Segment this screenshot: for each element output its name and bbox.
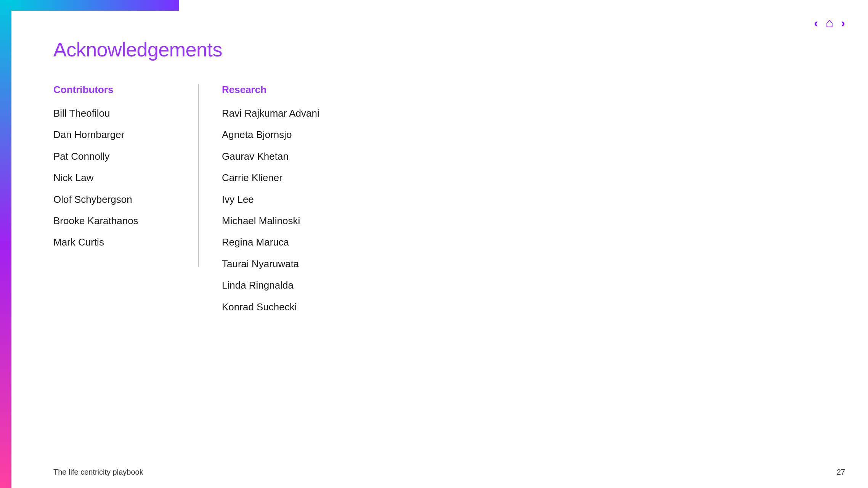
list-item: Agneta Bjornsjo	[222, 128, 830, 141]
list-item: Ivy Lee	[222, 193, 830, 206]
page-title: Acknowledgements	[53, 38, 830, 61]
contributors-list: Bill TheofilouDan HornbargerPat Connolly…	[53, 106, 175, 249]
list-item: Pat Connolly	[53, 149, 175, 163]
main-content: Acknowledgements Contributors Bill Theof…	[53, 38, 830, 458]
list-item: Olof Schybergson	[53, 193, 175, 206]
list-item: Carrie Kliener	[222, 171, 830, 185]
page-number: 27	[837, 468, 845, 477]
contributors-heading: Contributors	[53, 84, 175, 96]
column-divider	[198, 84, 199, 267]
list-item: Bill Theofilou	[53, 106, 175, 120]
research-list: Ravi Rajkumar AdvaniAgneta BjornsjoGaura…	[222, 106, 830, 314]
list-item: Konrad Suchecki	[222, 300, 830, 314]
list-item: Brooke Karathanos	[53, 214, 175, 228]
nav-controls: ‹ ⌂ ›	[814, 15, 845, 30]
columns-wrapper: Contributors Bill TheofilouDan Hornbarge…	[53, 84, 830, 321]
home-button[interactable]: ⌂	[826, 15, 834, 30]
next-button[interactable]: ›	[841, 17, 845, 29]
top-accent-bar	[11, 0, 179, 11]
footer: The life centricity playbook 27	[53, 468, 845, 477]
research-column: Research Ravi Rajkumar AdvaniAgneta Bjor…	[222, 84, 830, 321]
book-title: The life centricity playbook	[53, 468, 143, 477]
prev-button[interactable]: ‹	[814, 17, 818, 29]
list-item: Taurai Nyaruwata	[222, 257, 830, 271]
list-item: Mark Curtis	[53, 235, 175, 249]
list-item: Dan Hornbarger	[53, 128, 175, 141]
research-heading: Research	[222, 84, 830, 96]
contributors-column: Contributors Bill TheofilouDan Hornbarge…	[53, 84, 198, 257]
left-sidebar	[0, 0, 11, 488]
list-item: Gaurav Khetan	[222, 149, 830, 163]
list-item: Linda Ringnalda	[222, 278, 830, 292]
list-item: Nick Law	[53, 171, 175, 185]
list-item: Michael Malinoski	[222, 214, 830, 228]
list-item: Regina Maruca	[222, 235, 830, 249]
list-item: Ravi Rajkumar Advani	[222, 106, 830, 120]
